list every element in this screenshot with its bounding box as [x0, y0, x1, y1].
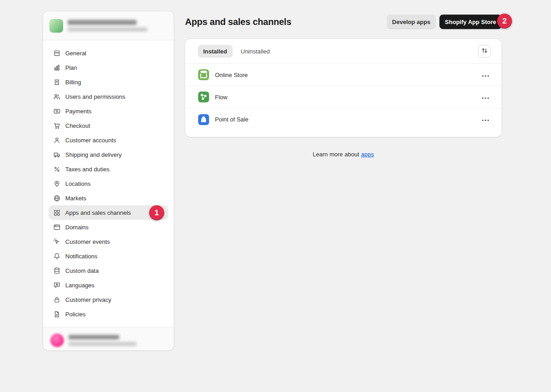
languages-icon: [52, 281, 61, 290]
user-footer[interactable]: [43, 327, 174, 350]
sidebar-item-shipping-and-delivery[interactable]: Shipping and delivery: [49, 147, 168, 162]
app-row-online-store: Online Store: [185, 64, 502, 86]
sidebar-item-checkout[interactable]: Checkout: [49, 118, 168, 133]
tabs: InstalledUninstalled: [198, 45, 275, 58]
customer-accounts-icon: [52, 136, 61, 145]
app-actions-menu-button[interactable]: [481, 70, 490, 79]
sidebar-item-label: Notifications: [65, 253, 98, 260]
page-title: Apps and sales channels: [185, 17, 291, 27]
notifications-bell-icon: [52, 252, 61, 261]
sidebar-item-label: Customer events: [65, 238, 110, 245]
apps-help-link[interactable]: apps: [361, 151, 374, 158]
sidebar-item-users-and-permissions[interactable]: Users and permissions: [49, 89, 168, 104]
sidebar-item-payments[interactable]: Payments: [49, 104, 168, 118]
sidebar-item-label: Checkout: [65, 122, 90, 129]
sidebar-item-markets[interactable]: Markets: [49, 191, 168, 205]
store-identity: [68, 20, 147, 31]
store-icon: [52, 48, 61, 58]
sidebar-item-policies[interactable]: Policies: [49, 307, 168, 321]
sidebar-item-taxes-and-duties[interactable]: Taxes and duties: [49, 162, 168, 176]
sidebar-item-general[interactable]: General: [49, 46, 168, 60]
sidebar-item-label: General: [65, 50, 86, 57]
sidebar-item-label: Billing: [65, 79, 81, 86]
page-header: Apps and sales channels Develop apps Sho…: [185, 14, 502, 29]
store-email-redacted: [68, 28, 147, 31]
checkout-cart-icon: [52, 121, 61, 130]
app-actions-menu-button[interactable]: [481, 115, 490, 124]
markets-globe-icon: [52, 194, 61, 203]
store-header[interactable]: [43, 11, 174, 40]
app-name: Flow: [215, 94, 227, 101]
payments-icon: [52, 106, 61, 116]
custom-data-database-icon: [52, 266, 61, 275]
sidebar-item-customer-privacy[interactable]: Customer privacy: [49, 292, 168, 307]
sidebar-item-label: Custom data: [65, 267, 99, 274]
domains-icon: [52, 223, 61, 232]
sidebar-item-label: Policies: [65, 311, 86, 318]
shopify-app-store-button[interactable]: Shopify App Store: [439, 15, 502, 29]
user-avatar: [50, 334, 64, 347]
sidebar-item-label: Locations: [65, 180, 91, 187]
sidebar-item-domains[interactable]: Domains: [49, 220, 168, 234]
sidebar-item-languages[interactable]: Languages: [49, 278, 168, 292]
taxes-percent-icon: [52, 165, 61, 174]
sidebar-item-billing[interactable]: Billing: [49, 75, 168, 89]
user-identity: [68, 335, 137, 346]
sidebar-item-label: Users and permissions: [65, 93, 125, 100]
sidebar-item-label: Customer privacy: [65, 296, 111, 303]
sidebar-item-notifications[interactable]: Notifications: [49, 249, 168, 263]
online-store-app-icon: [198, 69, 210, 81]
sidebar-item-custom-data[interactable]: Custom data: [49, 263, 168, 278]
app-actions-menu-button[interactable]: [481, 92, 490, 102]
sidebar-item-label: Taxes and duties: [65, 166, 110, 173]
shipping-truck-icon: [52, 150, 61, 159]
tab-uninstalled[interactable]: Uninstalled: [235, 45, 275, 58]
plan-chart-icon: [52, 63, 61, 72]
annotation-badge-2: 2: [497, 14, 512, 29]
apps-card: InstalledUninstalled Online StoreFlowPoi…: [185, 39, 502, 137]
user-email-redacted: [68, 342, 137, 346]
flow-app-icon: [198, 91, 210, 103]
three-dots-icon: [482, 94, 489, 101]
store-name-redacted: [68, 20, 137, 25]
policies-document-icon: [52, 310, 61, 319]
customer-events-cursor-icon: [52, 237, 61, 246]
installed-apps-list: Online StoreFlowPoint of Sale: [185, 64, 502, 131]
privacy-lock-icon: [52, 295, 61, 304]
sidebar-item-customer-accounts[interactable]: Customer accounts: [49, 133, 168, 147]
sidebar-item-label: Languages: [65, 282, 94, 289]
annotation-badge-1: 1: [149, 205, 164, 220]
sidebar-item-label: Payments: [65, 108, 92, 115]
tab-installed[interactable]: Installed: [198, 45, 233, 58]
app-row-flow: Flow: [185, 86, 502, 108]
app-row-point-of-sale: Point of Sale: [185, 108, 502, 131]
sort-button[interactable]: [478, 45, 491, 58]
sidebar-item-customer-events[interactable]: Customer events: [49, 234, 168, 249]
three-dots-icon: [482, 72, 489, 78]
settings-nav: GeneralPlanBillingUsers and permissionsP…: [43, 40, 174, 327]
users-icon: [52, 92, 61, 101]
locations-pin-icon: [52, 179, 61, 188]
sort-arrows-icon: [481, 47, 488, 55]
user-name-redacted: [68, 335, 119, 339]
settings-sidebar: GeneralPlanBillingUsers and permissionsP…: [43, 11, 174, 350]
sidebar-item-label: Apps and sales channels: [65, 209, 131, 216]
header-actions: Develop apps Shopify App Store: [387, 15, 502, 29]
sidebar-item-locations[interactable]: Locations: [49, 176, 168, 191]
apps-grid-icon: [52, 208, 61, 217]
sidebar-item-label: Customer accounts: [65, 137, 116, 144]
learn-more-text: Learn more aboutapps: [185, 151, 502, 158]
sidebar-item-label: Domains: [65, 224, 88, 231]
billing-receipt-icon: [52, 77, 61, 87]
tabs-row: InstalledUninstalled: [185, 39, 502, 64]
store-avatar: [49, 19, 63, 33]
point-of-sale-app-icon: [198, 114, 210, 126]
sidebar-item-plan[interactable]: Plan: [49, 60, 168, 75]
three-dots-icon: [482, 116, 489, 123]
learn-more-label: Learn more about: [313, 151, 360, 158]
sidebar-item-label: Shipping and delivery: [65, 151, 122, 158]
sidebar-item-label: Markets: [65, 195, 86, 202]
develop-apps-button[interactable]: Develop apps: [387, 15, 436, 29]
app-name: Point of Sale: [215, 116, 249, 123]
sidebar-item-label: Plan: [65, 64, 77, 71]
